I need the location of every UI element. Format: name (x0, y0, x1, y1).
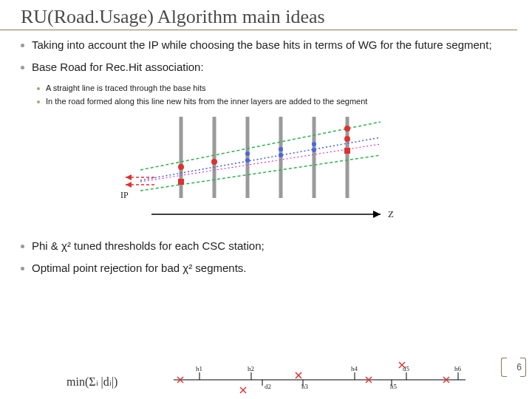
bullet-dot-icon (21, 267, 24, 270)
svg-point-19 (344, 126, 350, 132)
road-diagram-svg: IP Z (107, 111, 425, 233)
svg-point-16 (178, 164, 184, 170)
bullet-item: Taking into account the IP while choosin… (21, 38, 511, 52)
svg-marker-12 (126, 174, 132, 180)
page-bracket-left-icon (501, 358, 507, 377)
z-axis-label: Z (388, 208, 394, 219)
svg-point-27 (312, 148, 316, 152)
svg-point-22 (245, 151, 250, 156)
svg-line-7 (140, 155, 381, 191)
hit-label: d2 (265, 383, 271, 390)
bullet-dot-icon (21, 44, 24, 47)
hit-label: h5 (390, 383, 398, 390)
hit-label: h1 (196, 365, 202, 372)
bullet-text: A straight line is traced through the ba… (46, 83, 205, 93)
hit-label: h4 (351, 365, 358, 372)
bullet-list: Taking into account the IP while choosin… (0, 30, 532, 276)
svg-rect-21 (344, 148, 350, 154)
bullet-text: In the road formed along this line new h… (46, 96, 367, 106)
bullet-dot-icon (21, 66, 24, 69)
ip-label: IP (120, 190, 129, 200)
hit-label: h2 (248, 365, 254, 372)
bullet-subitem: A straight line is traced through the ba… (37, 83, 511, 93)
hit-sequence-diagram: h1 h2 h4 d5 h6 d2 h3 h5 (170, 358, 473, 395)
svg-point-25 (279, 153, 283, 157)
svg-point-26 (312, 142, 316, 146)
bullet-dot-icon (37, 100, 40, 103)
formula-text: min(Σᵢ |dᵢ|) (66, 375, 117, 389)
svg-point-17 (211, 159, 217, 165)
svg-marker-13 (126, 182, 132, 188)
bullet-text: Base Road for Rec.Hit association: (32, 60, 204, 75)
bullet-item: Base Road for Rec.Hit association: (21, 60, 511, 75)
hit-sequence-svg: h1 h2 h4 d5 h6 d2 h3 h5 (170, 358, 473, 395)
svg-point-18 (344, 136, 350, 142)
bullet-dot-icon (21, 245, 24, 248)
slide-title: RU(Road.Usage) Algorithm main ideas (0, 0, 517, 30)
bullet-text: Taking into account the IP while choosin… (32, 38, 492, 52)
svg-point-24 (279, 147, 283, 151)
svg-point-23 (245, 158, 250, 163)
page-bracket-right-icon (520, 358, 526, 377)
bullet-item: Optimal point rejection for bad χ² segme… (21, 261, 511, 276)
svg-rect-20 (178, 179, 184, 185)
hit-label: h6 (454, 365, 462, 372)
bullet-text: Optimal point rejection for bad χ² segme… (32, 261, 247, 276)
bullet-text: Phi & χ² tuned thresholds for each CSC s… (32, 239, 265, 253)
bullet-subitem: In the road formed along this line new h… (37, 96, 511, 106)
svg-line-8 (140, 137, 381, 180)
bullet-item: Phi & χ² tuned thresholds for each CSC s… (21, 239, 511, 253)
bullet-dot-icon (37, 87, 40, 90)
formula: min(Σᵢ |dᵢ|) (66, 375, 117, 389)
svg-marker-15 (373, 211, 381, 218)
road-diagram: IP Z (107, 111, 425, 233)
hit-label: h3 (301, 383, 309, 390)
